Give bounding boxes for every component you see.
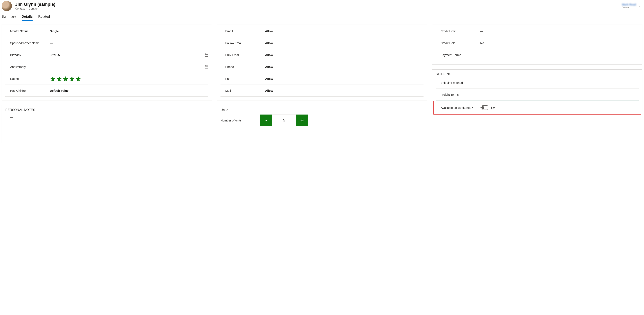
field-bulk-email[interactable]: Bulk Email Allow	[220, 49, 423, 61]
owner-label: Owner	[622, 6, 636, 9]
notes-body[interactable]: ---	[5, 113, 208, 122]
field-label: Has Children	[10, 89, 50, 92]
field-fax[interactable]: Fax Allow	[220, 73, 423, 85]
field-phone[interactable]: Phone Allow	[220, 61, 423, 73]
section-title: Units	[220, 106, 423, 113]
units-card: Units Number of units - 5 +	[217, 105, 427, 130]
field-value: ---	[480, 53, 639, 56]
personal-card: Marital Status Single Spouse/Partner Nam…	[2, 24, 212, 100]
field-value: ---	[50, 65, 202, 68]
tab-related[interactable]: Related	[38, 15, 50, 21]
field-label: Fax	[225, 77, 265, 80]
star-icon	[75, 76, 81, 82]
contact-avatar	[2, 1, 12, 11]
field-label: Phone	[225, 65, 265, 68]
field-credit-limit[interactable]: Credit Limit ---	[436, 25, 639, 37]
toggle-wrap: No	[480, 105, 495, 110]
field-freight-terms[interactable]: Freight Terms ---	[436, 89, 639, 101]
field-value: Allow	[265, 65, 423, 68]
field-value: 3/2/1959	[50, 53, 202, 56]
field-value: ---	[480, 29, 639, 33]
highlighted-field: Available on weekends? No	[434, 101, 641, 114]
column-2: Email Allow Follow Email Allow Bulk Emai…	[217, 24, 427, 130]
calendar-icon[interactable]	[202, 53, 208, 57]
field-follow-email[interactable]: Follow Email Allow	[220, 37, 423, 49]
field-value: Allow	[265, 53, 423, 56]
personal-notes-card: PERSONAL NOTES ---	[2, 105, 212, 143]
field-label: Credit Limit	[440, 29, 480, 33]
field-marital-status[interactable]: Marital Status Single	[5, 25, 208, 37]
toggle-value: No	[491, 106, 495, 109]
field-label: Bulk Email	[225, 53, 265, 56]
units-label: Number of units	[220, 119, 260, 122]
field-label: Mail	[225, 89, 265, 92]
star-icon	[50, 76, 56, 82]
field-label: Email	[225, 29, 265, 33]
star-icon	[56, 76, 62, 82]
star-icon	[62, 76, 68, 82]
contact-prefs-card: Email Allow Follow Email Allow Bulk Emai…	[217, 24, 427, 100]
field-value: No	[480, 41, 639, 45]
field-label: Credit Hold	[440, 41, 480, 45]
column-3: Credit Limit --- Credit Hold No Payment …	[432, 24, 642, 118]
breadcrumb-separator: ·	[26, 7, 27, 10]
units-stepper: - 5 +	[260, 114, 308, 126]
field-available-weekends[interactable]: Available on weekends? No	[436, 102, 638, 114]
field-value: Allow	[265, 89, 423, 92]
form-name: Contact	[28, 7, 38, 10]
form-content: Marital Status Single Spouse/Partner Nam…	[0, 21, 644, 146]
star-icon	[69, 76, 75, 82]
chevron-down-icon: ⌄	[39, 7, 41, 10]
shipping-card: SHIPPING Shipping Method --- Freight Ter…	[432, 69, 642, 118]
field-label: Spouse/Partner Name	[10, 41, 50, 45]
record-header: Jim Glynn (sample) Contact · Contact ⌄ M…	[0, 0, 644, 11]
field-has-children[interactable]: Has Children Default Value	[5, 85, 208, 97]
field-payment-terms[interactable]: Payment Terms ---	[436, 49, 639, 61]
calendar-icon[interactable]	[202, 65, 208, 69]
field-credit-hold[interactable]: Credit Hold No	[436, 37, 639, 49]
form-selector[interactable]: Contact ⌄	[28, 7, 41, 10]
tab-summary[interactable]: Summary	[2, 15, 16, 21]
chevron-down-icon: ⌄	[638, 4, 641, 7]
weekends-toggle[interactable]	[480, 105, 489, 110]
field-email[interactable]: Email Allow	[220, 25, 423, 37]
svg-rect-4	[205, 65, 208, 68]
field-anniversary[interactable]: Anniversary ---	[5, 61, 208, 73]
field-value: Allow	[265, 77, 423, 80]
field-value: ---	[50, 41, 208, 45]
section-title: SHIPPING	[436, 70, 639, 77]
field-mail[interactable]: Mail Allow	[220, 85, 423, 97]
field-value: Allow	[265, 29, 423, 33]
owner-name: Mark Read	[622, 3, 636, 6]
header-info: Jim Glynn (sample) Contact · Contact ⌄	[15, 2, 622, 10]
units-row: Number of units - 5 +	[220, 113, 423, 126]
field-label: Payment Terms	[440, 53, 480, 56]
field-value: Default Value	[50, 89, 208, 92]
column-1: Marital Status Single Spouse/Partner Nam…	[2, 24, 212, 143]
field-label: Rating	[10, 77, 50, 80]
increment-button[interactable]: +	[296, 114, 308, 126]
field-value: Single	[50, 29, 208, 33]
toggle-knob	[481, 106, 484, 109]
field-rating[interactable]: Rating	[5, 73, 208, 85]
field-shipping-method[interactable]: Shipping Method ---	[436, 77, 639, 89]
owner-block[interactable]: Mark Read Owner ⌄	[622, 3, 642, 9]
field-value: ---	[480, 93, 639, 96]
field-label: Marital Status	[10, 29, 50, 33]
svg-rect-0	[205, 54, 208, 56]
breadcrumb: Contact · Contact ⌄	[15, 7, 622, 10]
field-label: Available on weekends?	[441, 106, 480, 109]
decrement-button[interactable]: -	[260, 114, 272, 126]
field-label: Freight Terms	[440, 93, 480, 96]
owner-info: Mark Read Owner	[622, 3, 636, 9]
tab-details[interactable]: Details	[22, 15, 33, 21]
form-tabs: Summary Details Related	[0, 11, 644, 21]
field-spouse[interactable]: Spouse/Partner Name ---	[5, 37, 208, 49]
field-label: Birthday	[10, 53, 50, 56]
units-value[interactable]: 5	[272, 114, 296, 126]
rating-stars	[50, 76, 208, 82]
field-label: Shipping Method	[440, 81, 480, 84]
field-label: Anniversary	[10, 65, 50, 68]
field-value: Allow	[265, 41, 423, 45]
field-birthday[interactable]: Birthday 3/2/1959	[5, 49, 208, 61]
